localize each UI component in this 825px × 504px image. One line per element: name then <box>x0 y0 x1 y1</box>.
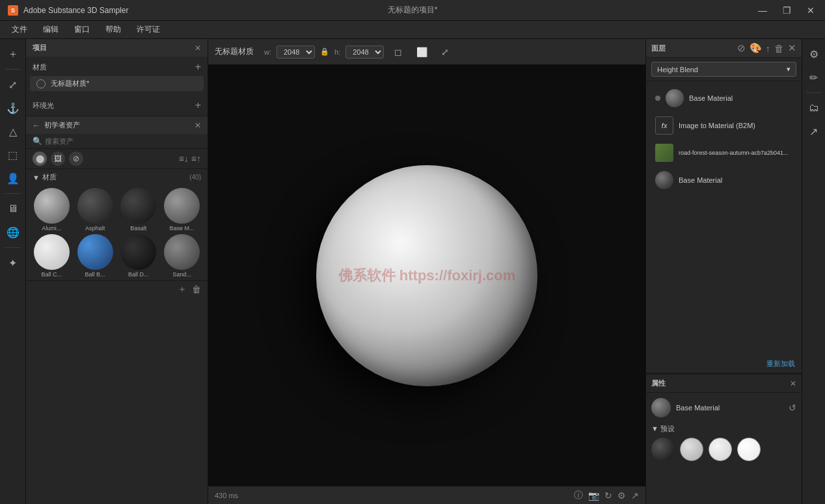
right-pen-button[interactable]: ✏ <box>804 68 824 87</box>
view-icons: ≡↓ ≡↑ <box>179 153 201 164</box>
properties-close-button[interactable]: ✕ <box>790 379 796 388</box>
material-dot <box>36 79 46 88</box>
material-sphere-asphalt <box>77 188 113 224</box>
material-grid: Alumi... Asphalt Basalt Base M... Ball C… <box>26 185 208 280</box>
far-right-toolbar: ⚙ ✏ 🗂 ↗ <box>802 39 825 504</box>
assets-panel: ← 初学者资产 ✕ 🔍 ⬤ 🖼 ⊘ ≡↓ ≡↑ <box>26 116 208 504</box>
monitor-tool-button[interactable]: 🖥 <box>3 199 23 219</box>
preset-light-gray-button[interactable] <box>709 438 732 461</box>
menu-license[interactable]: 许可证 <box>130 22 167 37</box>
add-env-button[interactable]: + <box>195 100 201 111</box>
layer-item[interactable]: road-forest-season-autumn-acb7a2b041... <box>649 140 799 166</box>
menu-edit[interactable]: 编辑 <box>36 22 65 37</box>
filter-icons: ⬤ 🖼 ⊘ <box>33 152 83 166</box>
sort-asc-button[interactable]: ≡↑ <box>191 153 201 164</box>
menu-help[interactable]: 帮助 <box>99 22 128 37</box>
mask-tool-button[interactable]: △ <box>3 122 23 141</box>
3d-view-button[interactable]: ◻ <box>389 43 407 61</box>
sort-desc-button[interactable]: ≡↓ <box>179 153 189 164</box>
rp-tint-icon[interactable]: 🎨 <box>750 42 762 54</box>
minimize-button[interactable]: — <box>755 4 770 17</box>
reload-button[interactable]: 重新加载 <box>766 359 795 369</box>
filter-mask-button[interactable]: ⊘ <box>69 152 83 166</box>
assets-close-button[interactable]: ✕ <box>195 121 201 130</box>
height-label: 🔒 <box>320 47 329 56</box>
star-tool-button[interactable]: ✦ <box>3 253 23 272</box>
anchor-tool-button[interactable]: ⚓ <box>3 98 23 118</box>
search-input[interactable] <box>45 137 201 145</box>
preset-title: 预设 <box>660 425 675 432</box>
rp-delete-icon[interactable]: 🗑 <box>774 43 784 54</box>
width-select[interactable]: 2048 1024 512 <box>277 46 315 59</box>
properties-title: 属性 <box>651 378 666 388</box>
status-icons: ⓘ 📷 ↻ ⚙ ↗ <box>574 490 639 501</box>
right-divider <box>806 92 822 93</box>
list-item[interactable]: Alumi... <box>31 188 72 232</box>
globe-tool-button[interactable]: 🌐 <box>3 222 23 242</box>
assets-back-button[interactable]: ← <box>33 121 40 130</box>
list-item[interactable]: Ball B... <box>75 234 116 278</box>
material-sphere-aluminum <box>34 188 70 224</box>
height-select[interactable]: 2048 1024 512 <box>345 46 384 59</box>
blend-mode-label: Height Blend <box>657 66 698 73</box>
material-sphere-basalt <box>120 188 156 224</box>
delete-asset-button[interactable]: 🗑 <box>192 284 201 295</box>
category-header[interactable]: ▼ 材质 (40) <box>26 169 208 185</box>
settings-icon[interactable]: ⚙ <box>617 490 626 501</box>
toolbar-divider-2 <box>5 193 21 194</box>
info-icon[interactable]: ⓘ <box>574 490 583 501</box>
list-item[interactable]: Ball D... <box>118 234 159 278</box>
right-share-button[interactable]: ↗ <box>804 122 824 141</box>
add-material-button[interactable]: + <box>195 62 201 72</box>
props-material-name: Base Material <box>676 404 783 412</box>
list-item[interactable]: Base M... <box>161 188 202 232</box>
fullscreen-button[interactable]: ⤢ <box>436 43 454 61</box>
menu-window[interactable]: 窗口 <box>68 22 96 37</box>
project-close-button[interactable]: ✕ <box>195 44 201 53</box>
list-item[interactable]: Asphalt <box>75 188 116 232</box>
right-filter-button[interactable]: ⚙ <box>804 44 824 64</box>
props-sphere <box>651 398 671 418</box>
close-button[interactable]: ✕ <box>804 4 817 17</box>
filter-image-button[interactable]: 🖼 <box>51 152 65 166</box>
2d-view-button[interactable]: ⬜ <box>412 43 431 61</box>
material-item-untitled[interactable]: 无标题材质* <box>30 76 204 91</box>
blend-mode-dropdown[interactable]: Height Blend ▾ <box>651 62 796 77</box>
list-item[interactable]: Sand... <box>161 234 202 278</box>
assets-path: 初学者资产 <box>44 120 80 130</box>
layers-panel-header: 面层 ⊘ 🎨 ↑ 🗑 ✕ <box>646 39 802 58</box>
layer-item[interactable]: fx Image to Material (B2M) <box>649 113 799 139</box>
layer-item[interactable]: Base Material <box>649 85 799 111</box>
right-layers-button[interactable]: 🗂 <box>804 98 824 118</box>
add-asset-button[interactable]: ＋ <box>178 284 187 295</box>
filter-sphere-button[interactable]: ⬤ <box>33 152 47 166</box>
layer-item[interactable]: Base Material <box>649 167 799 193</box>
maximize-button[interactable]: ❐ <box>780 4 794 17</box>
viewport-material-title: 无标题材质 <box>215 46 254 57</box>
refresh-icon[interactable]: ↻ <box>604 490 612 501</box>
menu-file[interactable]: 文件 <box>5 22 34 37</box>
preset-medium-gray-button[interactable] <box>680 438 703 461</box>
right-panel: 面层 ⊘ 🎨 ↑ 🗑 ✕ Height Blend ▾ <box>645 39 802 504</box>
material-label-white: Ball C... <box>34 271 70 278</box>
select-tool-button[interactable]: ⬚ <box>3 145 23 165</box>
person-tool-button[interactable]: 👤 <box>3 168 23 188</box>
layers-close-button[interactable]: ✕ <box>788 42 796 54</box>
width-label: w: <box>264 48 271 56</box>
preset-chevron: ▼ <box>651 425 660 432</box>
preset-white-button[interactable] <box>737 438 761 461</box>
list-item[interactable]: Basalt <box>118 188 159 232</box>
list-item[interactable]: Ball C... <box>31 234 72 278</box>
rp-export-icon[interactable]: ↑ <box>766 43 771 54</box>
category-label: 材质 <box>42 172 57 182</box>
viewport-canvas: 佛系软件 https://foxirj.com <box>208 65 645 486</box>
preset-dark-button[interactable] <box>651 438 675 461</box>
props-reset-button[interactable]: ↺ <box>789 403 796 413</box>
share-icon[interactable]: ↗ <box>631 490 639 501</box>
rp-edit-icon[interactable]: ⊘ <box>737 42 746 54</box>
environment-section: 环境光 + <box>26 95 208 116</box>
transform-tool-button[interactable]: ⤢ <box>3 75 23 94</box>
camera-icon[interactable]: 📷 <box>588 490 599 501</box>
add-tool-button[interactable]: ＋ <box>3 44 23 64</box>
category-title: ▼ 材质 <box>33 172 57 182</box>
